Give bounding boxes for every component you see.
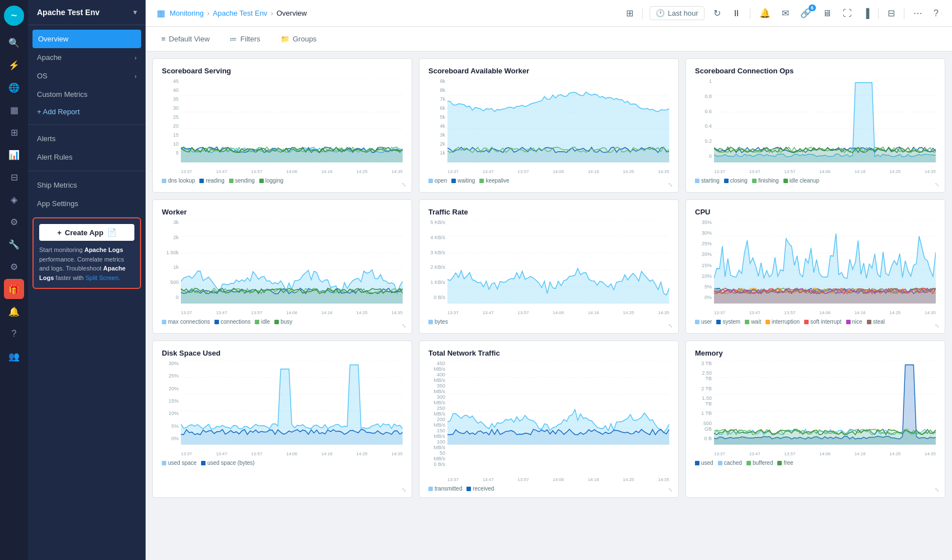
sidebar-item-alerts[interactable]: Alerts bbox=[28, 129, 146, 148]
y-label: 0 B/s bbox=[428, 461, 445, 467]
alerts-label: Alerts bbox=[37, 134, 55, 143]
chart-wrapper: 30%25%20%15%10%5%0% bbox=[162, 361, 403, 450]
expand-icon[interactable]: ⤡ bbox=[935, 181, 939, 188]
create-app-button[interactable]: + Create App 📄 bbox=[39, 224, 134, 241]
pause-icon[interactable]: ⏸ bbox=[730, 6, 743, 21]
filter-icon: ≔ bbox=[230, 35, 237, 43]
y-label: 2k bbox=[428, 141, 445, 147]
sidebar-add-report[interactable]: + Add Report bbox=[28, 104, 146, 120]
legend-label: bytes bbox=[435, 319, 448, 325]
legend-item: reading bbox=[199, 178, 224, 184]
fullscreen-icon[interactable]: ⛶ bbox=[841, 6, 854, 21]
x-label: 13:57 bbox=[251, 310, 262, 315]
chart-svg-container bbox=[181, 220, 403, 309]
split-screen-link[interactable]: Split Screen. bbox=[86, 274, 120, 281]
legend-item: interruption bbox=[766, 319, 800, 325]
chart-legend: dns lookup reading sending logging bbox=[162, 178, 403, 184]
team-icon[interactable]: 👥 bbox=[4, 346, 24, 366]
sidebar-item-alert-rules[interactable]: Alert Rules bbox=[28, 148, 146, 166]
expand-icon[interactable]: ⤡ bbox=[935, 487, 939, 493]
help-icon[interactable]: ? bbox=[4, 324, 24, 344]
filters-btn[interactable]: ≔ Filters bbox=[225, 32, 264, 45]
bell-icon[interactable]: 🔔 bbox=[4, 301, 24, 321]
legend-item: waiting bbox=[451, 178, 475, 184]
bell-header-icon[interactable]: 🔔 bbox=[757, 6, 773, 21]
y-label: 20 bbox=[162, 123, 179, 129]
groups-btn[interactable]: 📁 Groups bbox=[276, 32, 321, 45]
header-divider-2 bbox=[750, 8, 750, 19]
sidebar-item-custom-metrics[interactable]: Custom Metrics bbox=[28, 85, 146, 104]
expand-icon[interactable]: ⤡ bbox=[402, 181, 406, 188]
sidebar-item-overview[interactable]: Overview bbox=[32, 30, 141, 48]
y-label: 6k bbox=[428, 105, 445, 111]
monitor-icon[interactable]: 🖥 bbox=[820, 6, 834, 21]
default-view-btn[interactable]: ≡ Default View bbox=[157, 32, 214, 45]
x-label: 13:37 bbox=[714, 310, 725, 315]
sidebar-item-app-settings[interactable]: App Settings bbox=[28, 194, 146, 213]
legend-label: dns lookup bbox=[168, 178, 195, 184]
breadcrumb-monitoring[interactable]: Monitoring bbox=[170, 9, 204, 17]
gift-icon[interactable]: 🎁 bbox=[4, 279, 24, 299]
legend-item: finishing bbox=[752, 178, 779, 184]
legend-item: free bbox=[777, 460, 793, 466]
layout-icon[interactable]: ⊟ bbox=[4, 167, 24, 187]
more-icon[interactable]: ⋯ bbox=[911, 6, 925, 21]
y-label: 1.50 TB bbox=[695, 395, 712, 407]
expand-icon[interactable]: ⤡ bbox=[935, 323, 939, 329]
legend-item: max connections bbox=[162, 319, 210, 325]
expand-icon[interactable]: ⤡ bbox=[668, 181, 673, 188]
sidebar-header[interactable]: Apache Test Env ▾ bbox=[28, 0, 146, 25]
chart-icon[interactable]: 📊 bbox=[4, 144, 24, 165]
search-icon[interactable]: 🔍 bbox=[4, 32, 24, 53]
breadcrumb-env[interactable]: Apache Test Env bbox=[213, 9, 267, 17]
legend-label: open bbox=[435, 178, 447, 184]
pulse-icon[interactable]: ⚡ bbox=[4, 55, 24, 75]
legend-item: open bbox=[428, 178, 447, 184]
chart-legend: used cached buffered free bbox=[695, 460, 936, 466]
settings-icon[interactable]: ⚙ bbox=[4, 256, 24, 277]
legend-item: closing bbox=[724, 178, 748, 184]
expand-icon[interactable]: ⤡ bbox=[668, 487, 673, 493]
expand-icon[interactable]: ⤡ bbox=[668, 323, 673, 329]
grid-view-icon[interactable]: ⊞ bbox=[624, 6, 636, 21]
sidebar-item-os[interactable]: OS › bbox=[28, 67, 146, 85]
expand-icon[interactable]: ⤡ bbox=[402, 323, 406, 329]
filters-label: Filters bbox=[240, 35, 260, 43]
globe-icon[interactable]: 🌐 bbox=[4, 77, 24, 97]
link-icon[interactable]: 🔗 6 bbox=[798, 6, 814, 21]
legend-label: nice bbox=[852, 319, 862, 325]
mail-icon[interactable]: ✉ bbox=[780, 6, 791, 21]
y-axis: 3k2k1.50k1k5000 bbox=[162, 220, 179, 309]
legend-color bbox=[716, 320, 721, 324]
legend-item: dns lookup bbox=[162, 178, 195, 184]
legend-item: soft interrupt bbox=[804, 319, 842, 325]
header-actions: ⊞ 🕐 Last hour ↻ ⏸ 🔔 ✉ 🔗 6 🖥 ⛶ ▐ ⊟ ⋯ ? bbox=[624, 6, 941, 21]
legend-label: max connections bbox=[168, 319, 210, 325]
node-icon[interactable]: ◈ bbox=[4, 189, 24, 209]
legend-item: received bbox=[466, 486, 494, 492]
sidebar-item-ship-metrics[interactable]: Ship Metrics bbox=[28, 176, 146, 194]
chart-title: Traffic Rate bbox=[428, 208, 669, 216]
tools-icon[interactable]: 🔧 bbox=[4, 234, 24, 254]
x-label: 14:35 bbox=[391, 169, 403, 174]
bar-chart-icon[interactable]: ▐ bbox=[861, 6, 871, 21]
x-label: 14:06 bbox=[553, 310, 564, 315]
time-selector[interactable]: 🕐 Last hour bbox=[650, 6, 704, 20]
y-label: 1k bbox=[162, 264, 179, 270]
layers-icon[interactable]: ▦ bbox=[4, 100, 24, 120]
help-header-icon[interactable]: ? bbox=[931, 6, 941, 21]
sidebar-item-apache[interactable]: Apache › bbox=[28, 48, 146, 67]
legend-label: waiting bbox=[458, 178, 475, 184]
refresh-icon[interactable]: ↻ bbox=[711, 6, 723, 21]
grid-icon[interactable]: ⊞ bbox=[4, 122, 24, 142]
x-label: 14:16 bbox=[588, 169, 599, 174]
integrations-icon[interactable]: ⚙ bbox=[4, 212, 24, 232]
expand-icon[interactable]: ⤡ bbox=[402, 487, 406, 493]
legend-label: connections bbox=[221, 319, 250, 325]
split-view-icon[interactable]: ⊟ bbox=[885, 6, 897, 21]
legend-item: idle bbox=[255, 319, 270, 325]
y-label: 25 bbox=[162, 114, 179, 120]
legend-item: cached bbox=[718, 460, 742, 466]
x-label: 13:47 bbox=[749, 169, 760, 174]
app-logo[interactable]: ~ bbox=[4, 6, 24, 26]
